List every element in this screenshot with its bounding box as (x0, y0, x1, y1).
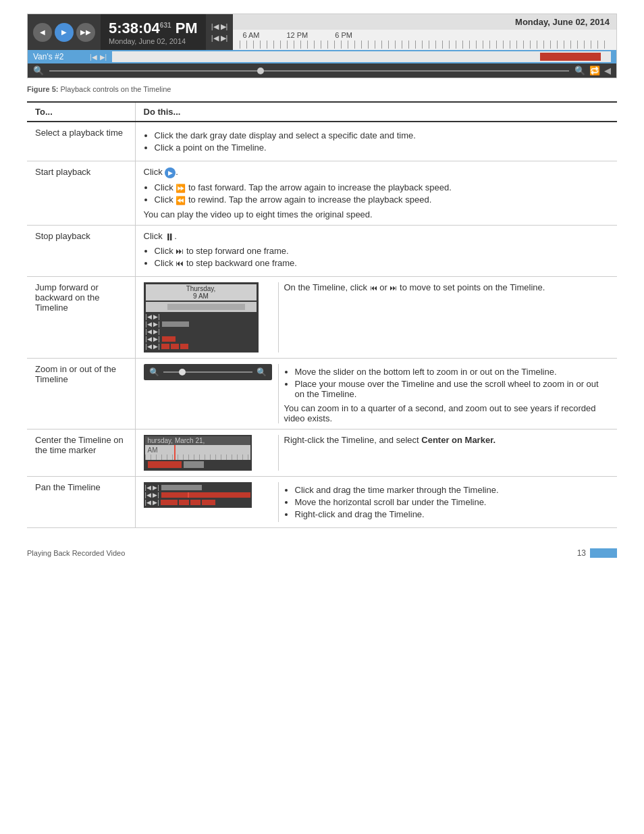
zoom-slider[interactable] (49, 70, 569, 72)
row-2-do: Click ▶. Click ⏩ to fast forward. Tap th… (135, 161, 617, 226)
zoom-slider-thumb[interactable] (257, 68, 264, 74)
row-5-to: Zoom in or out of the Timeline (27, 359, 135, 429)
table-row: Center the Timeline on the time marker h… (27, 429, 617, 477)
timeline-bottom-bar: 🔍 🔍 🔁 ◀ (28, 63, 616, 78)
row-1-to: Select a playback time (27, 122, 135, 161)
row-6-do: hursday, March 21, AM (135, 429, 617, 477)
loop-icon: 🔁 (589, 66, 600, 76)
calendar-date: Monday, June 02, 2014 (233, 14, 616, 30)
row-1-do: Click the dark gray date display and sel… (135, 122, 617, 161)
nav-row-2: |◀ ▶| (211, 34, 228, 43)
row-3-to: Stop playback (27, 225, 135, 277)
page-badge (590, 548, 617, 558)
calendar-area: Monday, June 02, 2014 6 AM 12 PM 6 PM (233, 14, 616, 50)
rewind-button[interactable]: ◀ (33, 23, 52, 42)
center-timeline-mini: hursday, March 21, AM (144, 435, 252, 471)
row-7-do: |◀ ▶| |◀ ▶| |◀ ▶| (135, 477, 617, 528)
page-footer: Playing Back Recorded Video 13 (27, 548, 617, 558)
channel-prev[interactable]: |◀ (90, 53, 97, 61)
channel-name: Van's #2 (33, 52, 87, 61)
table-row: Zoom in or out of the Timeline 🔍 🔍 (27, 359, 617, 429)
date-value: Monday, June 02, 2014 (109, 37, 198, 45)
zoom-track (163, 371, 252, 373)
row-4-do: Thursday,9 AM |◀ ▶| |◀ ▶| (135, 277, 617, 359)
rew-icon: ⏪ (176, 196, 186, 205)
ff-icon: ⏩ (176, 183, 186, 192)
play-button[interactable]: ▶ (55, 23, 74, 42)
timeline-controls: ◀ ▶ ▶▶ (28, 14, 101, 50)
step-fwd-icon: ⏭ (176, 246, 184, 256)
header-do: Do this... (135, 102, 617, 122)
channel-timeline-bar (112, 51, 611, 62)
time-ruler-ticks (240, 41, 610, 49)
mini-timeline-jump: Thursday,9 AM |◀ ▶| |◀ ▶| (144, 282, 259, 353)
jump-prev-icon: ⏮ (370, 284, 377, 292)
header-to: To... (27, 102, 135, 122)
footer-left: Playing Back Recorded Video (27, 549, 125, 557)
pan-timeline-mini: |◀ ▶| |◀ ▶| |◀ ▶| (144, 482, 252, 508)
recording-bar (540, 53, 601, 61)
nav-row-1: |◀ ▶| (211, 22, 228, 31)
collapse-icon: ◀ (604, 66, 611, 76)
page-number: 13 (577, 548, 586, 558)
table-row: Start playback Click ▶. Click ⏩ to fast … (27, 161, 617, 226)
row-2-to: Start playback (27, 161, 135, 226)
timeline-screenshot: ◀ ▶ ▶▶ 5:38:04631 PM Monday, June 02, 20… (27, 14, 617, 78)
fast-forward-button[interactable]: ▶▶ (76, 23, 95, 42)
row-4-to: Jump forward or backward on the Timeline (27, 277, 135, 359)
table-row: Stop playback Click ⏸. Click ⏭ to step f… (27, 225, 617, 277)
timeline-nav: |◀ ▶| |◀ ▶| (206, 14, 234, 50)
play-icon: ▶ (165, 167, 176, 178)
zoom-plus-icon: 🔍 (257, 367, 267, 377)
jump-next-icon: ⏭ (390, 284, 397, 292)
channel-row: Van's #2 |◀ ▶| (28, 50, 616, 63)
zoom-minus-icon: 🔍 (149, 367, 159, 377)
pause-icon: ⏸ (165, 231, 174, 242)
channel-nav: |◀ ▶| (90, 53, 107, 61)
timeline-top-bar: ◀ ▶ ▶▶ 5:38:04631 PM Monday, June 02, 20… (28, 14, 616, 50)
channel-next[interactable]: ▶| (100, 53, 107, 61)
table-row: Select a playback time Click the dark gr… (27, 122, 617, 161)
zoom-slider-mini: 🔍 🔍 (144, 364, 272, 380)
row-7-to: Pan the Timeline (27, 477, 135, 528)
table-row: Jump forward or backward on the Timeline… (27, 277, 617, 359)
prev-segment-btn[interactable]: |◀ (211, 22, 219, 31)
zoom-in-icon: 🔍 (574, 66, 585, 76)
zoom-track-thumb[interactable] (179, 369, 186, 375)
zoom-out-icon: 🔍 (33, 66, 44, 76)
table-row: Pan the Timeline |◀ ▶| |◀ ▶| (27, 477, 617, 528)
next-btn-2[interactable]: ▶| (221, 34, 228, 43)
time-display: 5:38:04631 PM Monday, June 02, 2014 (101, 14, 206, 50)
bottom-icons: 🔍 🔁 ◀ (574, 66, 611, 76)
row-5-do: 🔍 🔍 Move the slider on the bottom left t… (135, 359, 617, 429)
next-segment-btn[interactable]: ▶| (221, 22, 228, 31)
figure-caption: Figure 5: Playback controls on the Timel… (27, 85, 617, 93)
row-3-do: Click ⏸. Click ⏭ to step forward one fra… (135, 225, 617, 277)
instructions-table: To... Do this... Select a playback time … (27, 101, 617, 528)
time-value: 5:38:04631 PM (109, 20, 198, 37)
step-bwd-icon: ⏮ (176, 259, 184, 268)
row-6-to: Center the Timeline on the time marker (27, 429, 135, 477)
prev-btn-2[interactable]: |◀ (211, 34, 219, 43)
center-on-marker-bold: Center on Marker. (421, 435, 495, 445)
time-ruler-labels: 6 AM 12 PM 6 PM (233, 30, 616, 41)
